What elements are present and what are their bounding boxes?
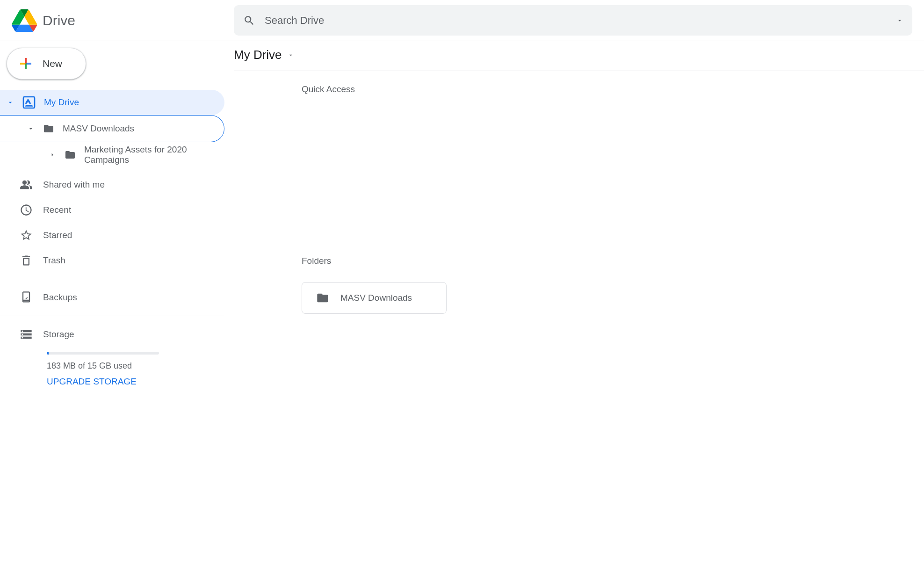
sidebar-item-trash[interactable]: Trash	[0, 248, 234, 273]
sidebar: New My Drive MASV Downloads Marketing As…	[0, 41, 234, 587]
folder-icon	[42, 123, 55, 134]
content-area: New My Drive MASV Downloads Marketing As…	[0, 41, 924, 587]
clock-icon	[20, 203, 33, 217]
sidebar-item-my-drive[interactable]: My Drive	[0, 90, 224, 115]
nav-backups-label: Backups	[43, 292, 77, 303]
nav-trash-label: Trash	[43, 255, 65, 266]
breadcrumb-title: My Drive	[234, 48, 282, 62]
drive-logo-icon	[12, 8, 37, 33]
tree-root-label: My Drive	[44, 97, 79, 108]
folder-icon	[315, 291, 330, 304]
my-drive-icon	[22, 95, 36, 110]
people-icon	[20, 178, 33, 191]
sidebar-item-shared[interactable]: Shared with me	[0, 172, 234, 197]
logo-area[interactable]: Drive	[7, 8, 234, 33]
search-bar[interactable]	[234, 5, 912, 36]
divider	[0, 316, 224, 316]
main-panel: My Drive Quick Access Folders MASV Downl…	[234, 41, 924, 587]
folders-section: Folders MASV Downloads	[234, 256, 924, 314]
storage-progress-bar	[47, 352, 159, 355]
chevron-down-icon[interactable]	[288, 52, 294, 58]
breadcrumb[interactable]: My Drive	[234, 48, 924, 71]
folder-icon	[64, 149, 77, 160]
sidebar-folder-masv-downloads[interactable]: MASV Downloads	[0, 115, 224, 142]
sidebar-item-backups[interactable]: Backups	[0, 285, 234, 310]
upgrade-storage-link[interactable]: UPGRADE STORAGE	[47, 377, 234, 387]
plus-icon	[17, 55, 34, 72]
sidebar-folder-marketing-assets[interactable]: Marketing Assets for 2020 Campaigns	[0, 142, 234, 167]
trash-icon	[20, 254, 33, 267]
header-bar: Drive	[0, 0, 924, 41]
backups-icon	[20, 291, 33, 304]
storage-block: 183 MB of 15 GB used UPGRADE STORAGE	[0, 347, 234, 387]
new-button-label: New	[43, 58, 62, 69]
nav-starred-label: Starred	[43, 230, 72, 240]
divider	[0, 279, 224, 279]
tree-level1-label: MASV Downloads	[63, 123, 134, 134]
search-icon	[243, 14, 255, 27]
storage-progress-fill	[47, 352, 49, 355]
chevron-down-icon	[27, 125, 35, 132]
star-icon	[20, 229, 33, 242]
sidebar-item-storage[interactable]: Storage	[0, 322, 234, 347]
folders-label: Folders	[302, 256, 924, 266]
chevron-down-icon	[7, 99, 14, 106]
storage-used-text: 183 MB of 15 GB used	[47, 361, 234, 371]
search-input[interactable]	[265, 14, 896, 27]
storage-icon	[20, 328, 33, 341]
sidebar-item-starred[interactable]: Starred	[0, 223, 234, 248]
sidebar-item-recent[interactable]: Recent	[0, 197, 234, 223]
nav-shared-label: Shared with me	[43, 180, 105, 190]
app-name-label: Drive	[43, 13, 75, 29]
search-options-chevron-icon[interactable]	[896, 17, 903, 24]
nav-storage-label: Storage	[43, 329, 74, 340]
folder-card-masv-downloads[interactable]: MASV Downloads	[302, 282, 447, 314]
folder-name-label: MASV Downloads	[340, 293, 412, 303]
new-button[interactable]: New	[7, 48, 86, 80]
tree-level2-label: Marketing Assets for 2020 Campaigns	[84, 145, 234, 165]
nav-recent-label: Recent	[43, 205, 71, 215]
quick-access-label: Quick Access	[302, 84, 924, 94]
chevron-right-icon	[49, 151, 56, 159]
